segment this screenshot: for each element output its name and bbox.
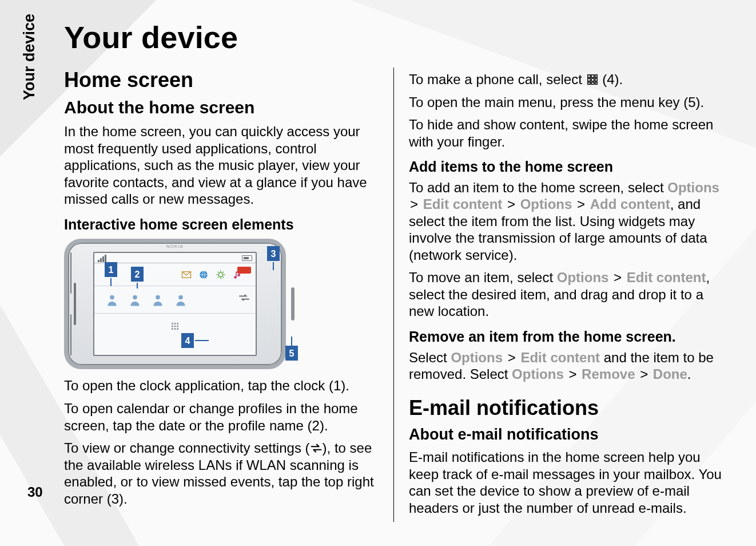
- section-email-notifications: E-mail notifications: [409, 395, 724, 421]
- para-add-pre: To add an item to the home screen, selec…: [409, 180, 667, 195]
- svg-rect-17: [591, 75, 594, 78]
- chapter-title: Your device: [64, 19, 735, 55]
- callout-5: 5: [285, 346, 298, 361]
- heading-add-items: Add items to the home screen: [409, 158, 724, 176]
- menu-edit-content: Edit content: [627, 270, 706, 285]
- two-column-layout: Home screen About the home screen In the…: [64, 68, 735, 522]
- menu-options: Options: [667, 180, 719, 195]
- svg-rect-20: [591, 78, 594, 81]
- home-screen-intro: In the home screen, you can quickly acce…: [64, 123, 379, 208]
- callout-4-label: 4: [185, 335, 190, 347]
- shortcut-row: [94, 263, 256, 286]
- callout-3: 3: [267, 246, 280, 261]
- person-icon: [107, 294, 117, 306]
- svg-point-6: [178, 295, 183, 300]
- para-remove-item: Select Options > Edit content and the it…: [409, 349, 724, 383]
- callout-1-label: 1: [109, 264, 114, 276]
- menu-edit-content: Edit content: [520, 350, 600, 365]
- svg-rect-15: [177, 329, 178, 330]
- svg-rect-19: [587, 78, 590, 81]
- para-connectivity: To view or change connectivity settings …: [64, 440, 379, 507]
- para-email-notifications: E-mail notifications in the home screen …: [409, 449, 724, 516]
- para-swipe: To hide and show content, swipe the home…: [409, 116, 724, 150]
- callout-1: 1: [105, 262, 117, 277]
- menu-options: Options: [557, 270, 609, 285]
- page: 30 Your device Your device Home screen A…: [0, 0, 756, 546]
- dialpad-icon: [170, 322, 180, 331]
- person-icon: [130, 294, 140, 306]
- content-area: Your device Home screen About the home s…: [64, 19, 735, 522]
- svg-rect-22: [587, 82, 590, 85]
- svg-point-5: [156, 295, 160, 300]
- para-move-item: To move an item, select Options > Edit c…: [409, 269, 724, 320]
- menu-add-content: Add content: [590, 196, 670, 212]
- column-left: Home screen About the home screen In the…: [64, 68, 393, 522]
- menu-options: Options: [451, 350, 503, 365]
- page-number: 30: [27, 484, 43, 500]
- breadcrumb-sep: >: [612, 270, 623, 285]
- bottom-row: [94, 314, 256, 339]
- breadcrumb-sep: >: [567, 366, 578, 382]
- subsection-about-email-notifications: About e-mail notifications: [409, 425, 724, 444]
- svg-rect-14: [174, 329, 176, 330]
- subsection-about-home-screen: About the home screen: [64, 97, 379, 118]
- phone-brand-label: NOKIA: [166, 244, 184, 250]
- svg-rect-7: [172, 323, 173, 325]
- app-switch-icon: [237, 293, 251, 302]
- person-icon: [176, 294, 186, 306]
- gear-icon: [216, 270, 226, 280]
- breadcrumb-sep: >: [639, 366, 649, 382]
- svg-rect-16: [587, 75, 590, 78]
- svg-rect-8: [174, 323, 176, 325]
- callout-2-label: 2: [135, 269, 140, 280]
- contacts-row: [94, 286, 256, 314]
- column-right: To make a phone call, select (4). To ope…: [393, 68, 724, 522]
- signal-icon: [98, 255, 106, 262]
- para-calendar: To open calendar or change profiles in t…: [64, 400, 379, 434]
- menu-remove: Remove: [582, 366, 635, 382]
- section-home-screen: Home screen: [64, 68, 379, 93]
- person-icon: [153, 294, 163, 306]
- callout-3-label: 3: [271, 248, 276, 260]
- svg-point-3: [110, 295, 114, 300]
- callout-4: 4: [181, 333, 194, 348]
- dialpad-inline-icon: [586, 73, 599, 86]
- side-tab-label: Your device: [21, 14, 38, 100]
- para-call-post: (4).: [599, 72, 623, 87]
- svg-point-4: [133, 295, 137, 300]
- phone-side-button: [291, 287, 295, 321]
- phone-screen: [93, 252, 257, 356]
- breadcrumb-sep: >: [409, 196, 419, 212]
- phone-device: NOKIA: [64, 239, 286, 369]
- envelope-icon: [181, 270, 192, 280]
- svg-rect-13: [172, 329, 173, 330]
- menu-options: Options: [512, 366, 564, 382]
- svg-rect-24: [595, 82, 597, 85]
- connectivity-arrows-icon: [310, 442, 323, 454]
- svg-rect-18: [595, 75, 597, 78]
- para-connectivity-pre: To view or change connectivity settings …: [64, 440, 310, 456]
- svg-rect-12: [177, 326, 178, 327]
- heading-interactive-elements: Interactive home screen elements: [64, 216, 379, 234]
- svg-rect-11: [174, 326, 176, 327]
- breadcrumb-sep: >: [506, 196, 516, 212]
- menu-options: Options: [520, 196, 572, 212]
- callout-2: 2: [131, 267, 144, 282]
- globe-icon: [198, 270, 209, 280]
- callout-5-label: 5: [289, 348, 295, 359]
- para-clock: To open the clock application, tap the c…: [64, 377, 379, 394]
- svg-rect-21: [595, 78, 597, 81]
- battery-icon: [242, 255, 252, 261]
- para-remove-post: .: [687, 366, 691, 382]
- svg-point-2: [218, 272, 223, 277]
- para-remove-pre: Select: [409, 350, 451, 365]
- heading-remove-item: Remove an item from the home screen.: [409, 328, 724, 346]
- end-call-button-icon: [237, 267, 251, 274]
- device-illustration: NOKIA: [64, 239, 379, 369]
- para-call-pre: To make a phone call, select: [409, 72, 586, 87]
- para-move-pre: To move an item, select: [409, 270, 557, 285]
- menu-edit-content: Edit content: [423, 196, 503, 212]
- status-bar: [94, 253, 256, 263]
- breadcrumb-sep: >: [576, 196, 586, 212]
- para-menu-key: To open the main menu, press the menu ke…: [409, 94, 724, 111]
